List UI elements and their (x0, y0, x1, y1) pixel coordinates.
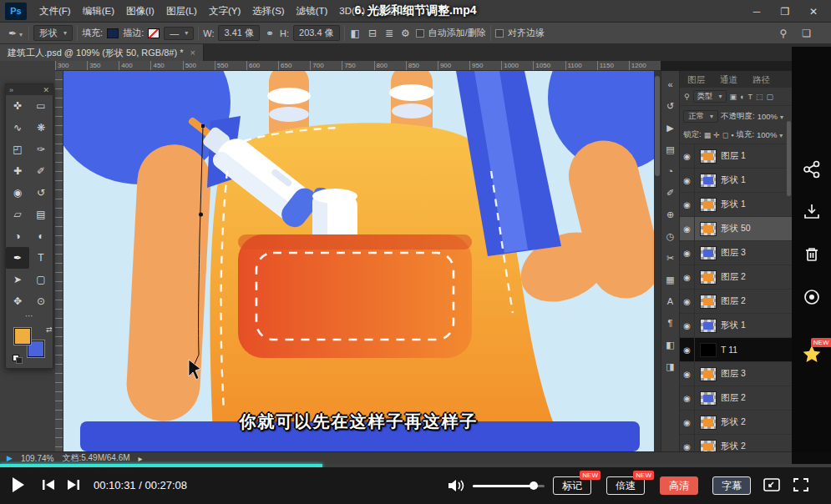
visibility-eye-icon[interactable]: ◉ (680, 144, 695, 168)
menu-item[interactable]: 文件(F) (33, 0, 77, 23)
minimize-icon[interactable]: ─ (742, 0, 771, 23)
path-operation-icon[interactable]: ⊟ (367, 28, 378, 39)
layer-thumbnail[interactable] (700, 174, 717, 188)
status-menu-arrow-icon[interactable]: ▸ (139, 454, 143, 463)
layer-thumbnail[interactable] (700, 295, 717, 309)
lock-icon[interactable]: ▪ (731, 131, 733, 139)
图层 3[interactable]: ◉ 图层 3 (680, 362, 792, 386)
gear-icon[interactable]: ⚙ (399, 28, 412, 39)
visibility-eye-icon[interactable]: ◉ (680, 314, 695, 337)
swap-colors-icon[interactable]: ⇄ (46, 325, 53, 334)
图层 1[interactable]: ◉ 图层 1 (680, 144, 792, 169)
delete-icon[interactable] (802, 244, 822, 265)
play-button[interactable] (12, 476, 25, 493)
libraries-panel-icon[interactable]: ▤ (661, 139, 680, 160)
layer-filter-icon[interactable]: ▢ (766, 93, 775, 101)
history-panel-icon[interactable]: ↺ (661, 95, 680, 117)
expand-panels-icon[interactable]: « (661, 73, 680, 95)
menu-item[interactable]: 滤镜(T) (291, 0, 334, 23)
visibility-eye-icon[interactable]: ◉ (680, 386, 695, 410)
paragraph-panel-icon[interactable]: ¶ (661, 312, 680, 334)
align-edges-checkbox[interactable] (495, 29, 504, 38)
tool-preset-icon[interactable]: ✒ (7, 28, 24, 39)
menu-item[interactable]: 文字(Y) (203, 0, 246, 23)
actions-panel-icon[interactable]: ▶ (661, 117, 680, 139)
palette-close-icon[interactable]: ✕ (43, 86, 49, 94)
document-tab[interactable]: 建筑工人.psd @ 109% (形状 50, RGB/8#) * × (0, 44, 204, 61)
layer-thumbnail[interactable] (700, 391, 717, 406)
subtitle-button[interactable]: 字幕 (712, 476, 751, 495)
layer-thumbnail[interactable] (700, 246, 717, 260)
visibility-eye-icon[interactable]: ◉ (680, 338, 695, 361)
speed-button[interactable]: 倍速NEW (606, 476, 645, 495)
visibility-eye-icon[interactable]: ◉ (680, 435, 695, 451)
layer-name[interactable]: 形状 2 (721, 441, 746, 451)
panel-tab[interactable]: 图层 (680, 71, 712, 88)
close-icon[interactable]: ✕ (799, 0, 828, 23)
layer-thumbnail[interactable] (700, 416, 717, 430)
layer-name[interactable]: 形状 50 (721, 223, 751, 234)
masks-panel-icon[interactable]: ◧ (661, 334, 680, 355)
clone-source-panel-icon[interactable]: ⊕ (661, 204, 680, 225)
lock-icon[interactable]: ✛ (713, 131, 720, 139)
layer-thumbnail[interactable] (700, 270, 717, 285)
layer-filter-icon[interactable]: ◐ (739, 93, 745, 101)
default-colors-icon[interactable] (13, 355, 23, 363)
zoom-level[interactable]: 109.74% (21, 454, 53, 463)
lasso-tool[interactable]: ∿ (6, 117, 29, 139)
volume-icon[interactable] (448, 479, 464, 492)
canvas-vertical-scrollbar[interactable] (654, 71, 661, 451)
auto-add-delete-checkbox[interactable] (416, 29, 424, 38)
healing-tool[interactable]: ✚ (6, 160, 29, 182)
menu-item[interactable]: 图层(L) (160, 0, 203, 23)
shape-tool[interactable]: ▢ (29, 269, 53, 290)
visibility-eye-icon[interactable]: ◉ (680, 193, 695, 216)
visibility-eye-icon[interactable]: ◉ (680, 362, 695, 386)
hd-quality-button[interactable]: 高清 (660, 476, 698, 495)
fill-value[interactable]: 100% (757, 130, 783, 139)
crop-tool[interactable]: ◰ (6, 139, 29, 160)
visibility-eye-icon[interactable]: ◉ (680, 411, 695, 434)
tab-close-icon[interactable]: × (190, 48, 195, 58)
restore-icon[interactable]: ❐ (771, 0, 799, 23)
document-canvas[interactable]: 你就可以先在这样子再这样子 (63, 71, 654, 451)
layer-name[interactable]: 图层 3 (721, 247, 746, 259)
layer-name[interactable]: 形状 2 (721, 416, 746, 428)
quick-select-tool[interactable]: ❋ (29, 117, 53, 139)
layer-filter-icon[interactable]: ⬚ (755, 93, 764, 101)
marquee-tool[interactable]: ▭ (29, 95, 53, 117)
图层 2[interactable]: ◉ 图层 2 (680, 290, 792, 314)
layer-name[interactable]: 图层 3 (721, 368, 746, 380)
path-operation-icon[interactable]: ◧ (349, 28, 362, 39)
layer-name[interactable]: 形状 1 (721, 320, 746, 331)
timeline-panel-icon[interactable]: ◷ (661, 225, 680, 247)
layer-name[interactable]: 图层 2 (721, 271, 746, 283)
menu-item[interactable]: 选择(S) (246, 0, 290, 23)
layer-filter-icon[interactable]: T (747, 93, 754, 101)
brush-tool[interactable]: ✐ (29, 160, 53, 182)
menu-item[interactable]: 图像(I) (120, 0, 160, 23)
properties-panel-icon[interactable]: ◨ (661, 355, 680, 377)
形状 2[interactable]: ◉ 形状 2 (680, 435, 792, 451)
layer-name[interactable]: 形状 1 (721, 174, 746, 186)
stroke-swatch[interactable] (148, 28, 160, 38)
T 11[interactable]: ◉ T 11 (680, 338, 792, 362)
move-tool[interactable]: ✜ (6, 95, 29, 117)
scrollbar-thumb[interactable] (655, 76, 660, 176)
panel-tab[interactable]: 路径 (745, 71, 778, 88)
workspace-switcher-icon[interactable]: ❏ (800, 28, 813, 39)
layer-thumbnail[interactable] (700, 198, 717, 212)
clone-stamp-tool[interactable]: ◉ (6, 182, 29, 204)
next-button[interactable] (67, 479, 80, 491)
gradient-tool[interactable]: ▤ (29, 204, 53, 225)
stroke-style-select[interactable]: — (164, 27, 194, 40)
filter-search-icon[interactable]: ⚲ (683, 93, 691, 101)
mark-button[interactable]: 标记NEW (553, 476, 591, 495)
layer-thumbnail[interactable] (700, 149, 717, 164)
图层 3[interactable]: ◉ 图层 3 (680, 241, 792, 265)
eraser-tool[interactable]: ▱ (6, 204, 29, 225)
fullscreen-icon[interactable] (793, 478, 808, 491)
形状 1[interactable]: ◉ 形状 1 (680, 169, 792, 193)
layer-name[interactable]: 图层 1 (721, 150, 746, 162)
形状 1[interactable]: ◉ 形状 1 (680, 193, 792, 217)
